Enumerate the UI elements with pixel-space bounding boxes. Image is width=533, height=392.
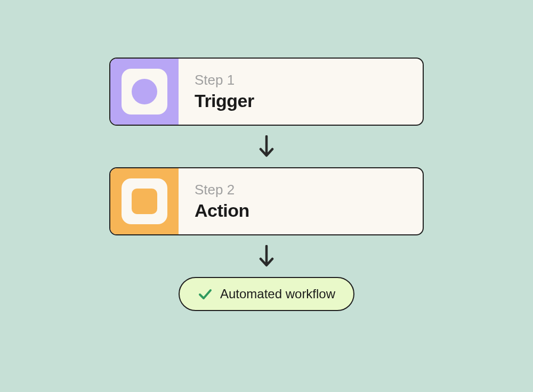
step-text-action: Step 2 Action: [179, 168, 249, 234]
step-label: Step 2: [195, 182, 249, 198]
result-pill: Automated workflow: [179, 277, 354, 311]
trigger-icon-tile: [122, 69, 167, 115]
arrow-down-icon: [257, 135, 276, 158]
result-text: Automated workflow: [220, 287, 335, 301]
arrow-down-icon: [257, 245, 276, 267]
square-icon: [132, 189, 157, 214]
check-icon: [198, 287, 213, 301]
step-title: Trigger: [195, 91, 254, 111]
step-card-action: Step 2 Action: [109, 167, 424, 235]
step-title: Action: [195, 200, 249, 221]
action-icon-tile: [122, 178, 167, 224]
circle-icon: [132, 79, 157, 104]
step-label: Step 1: [195, 72, 254, 88]
step-card-trigger: Step 1 Trigger: [109, 58, 424, 126]
step-text-trigger: Step 1 Trigger: [179, 59, 254, 125]
trigger-icon-slot: [110, 59, 179, 125]
action-icon-slot: [110, 168, 179, 234]
